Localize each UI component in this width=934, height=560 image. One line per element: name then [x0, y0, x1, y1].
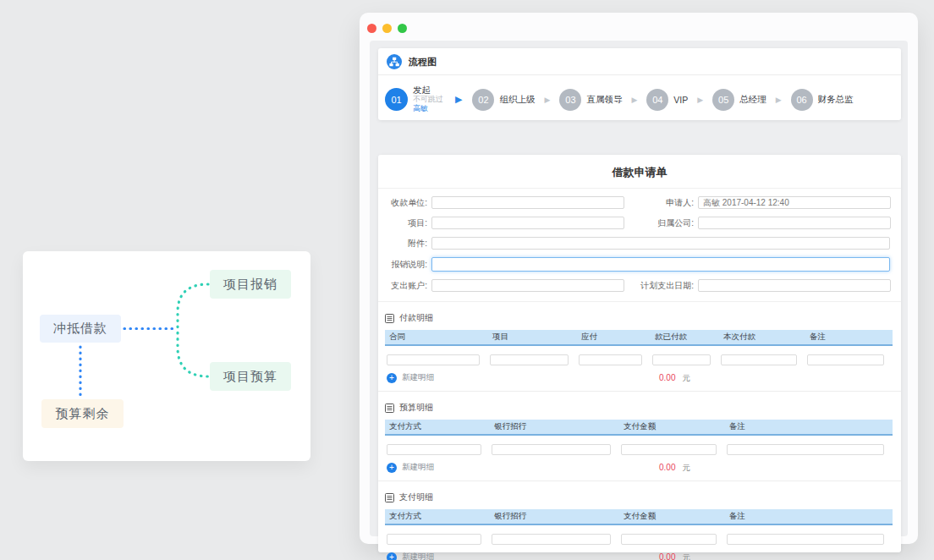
- add-row-icon[interactable]: +: [387, 552, 397, 560]
- node-project-reimburse[interactable]: 项目报销: [210, 270, 291, 299]
- cell-input[interactable]: [579, 354, 642, 365]
- add-row-icon[interactable]: +: [387, 373, 397, 383]
- flowchart-icon: [387, 54, 402, 69]
- detail-list-icon: [385, 493, 394, 502]
- section-title: 支付明细: [399, 491, 433, 503]
- account-label: 支出账户:: [385, 280, 427, 292]
- flow-step-5[interactable]: 05 总经理: [712, 89, 766, 111]
- company-label: 归属公司:: [628, 217, 694, 229]
- account-input[interactable]: [431, 279, 624, 292]
- arrow-icon: ▶: [544, 96, 550, 104]
- step-label: 发起: [413, 85, 443, 95]
- column-header: 支付方式: [385, 421, 490, 432]
- cell-input[interactable]: [492, 444, 611, 455]
- column-header: 项目: [488, 332, 577, 343]
- total-amount: 0.00: [659, 552, 675, 560]
- section-pay-detail: 支付明细 支付方式 银行招行 支付金额 备注: [378, 481, 901, 560]
- total-amount: 0.00: [659, 373, 675, 382]
- node-offset-loan[interactable]: 冲抵借款: [40, 315, 121, 343]
- node-project-budget[interactable]: 项目预算: [210, 362, 291, 391]
- payee-input[interactable]: [431, 196, 624, 209]
- flowchart-title: 流程图: [409, 56, 437, 69]
- plan-date-input[interactable]: [698, 279, 891, 292]
- detail-list-icon: [385, 404, 394, 413]
- add-row-button[interactable]: 新建明细: [402, 372, 434, 383]
- flow-step-3[interactable]: 03 直属领导: [559, 89, 622, 111]
- column-header: 应付: [577, 332, 651, 343]
- cell-input[interactable]: [621, 444, 717, 455]
- column-header: 本次付款: [719, 332, 805, 343]
- close-window-icon[interactable]: [367, 24, 376, 33]
- applicant-input[interactable]: [698, 196, 891, 209]
- step-circle: 06: [791, 89, 813, 111]
- cell-input[interactable]: [492, 534, 611, 545]
- mindmap-card: 冲抵借款 项目报销 项目预算 预算剩余: [23, 251, 310, 461]
- cell-input[interactable]: [387, 444, 481, 455]
- window-controls: [367, 24, 407, 33]
- table-header: 支付方式 银行招行 支付金额 备注: [385, 509, 893, 525]
- applicant-label: 申请人:: [628, 197, 694, 209]
- add-row-button[interactable]: 新建明细: [402, 552, 434, 560]
- step-person[interactable]: 高敏: [413, 104, 443, 113]
- step-circle: 03: [559, 89, 581, 111]
- cell-input[interactable]: [490, 354, 569, 365]
- company-input[interactable]: [698, 217, 891, 229]
- step-circle: 04: [646, 89, 668, 111]
- column-header: 支付金额: [619, 421, 725, 432]
- flow-step-1[interactable]: 01 发起 不可跳过 高敏: [385, 85, 443, 113]
- column-header: 支付金额: [619, 511, 725, 522]
- step-circle: 02: [472, 89, 494, 111]
- desc-label: 报销说明:: [385, 259, 427, 271]
- total-amount: 0.00: [659, 463, 675, 472]
- step-note: 不可跳过: [413, 95, 443, 104]
- cell-input[interactable]: [387, 534, 481, 545]
- project-input[interactable]: [431, 217, 624, 229]
- cell-input[interactable]: [621, 534, 717, 545]
- maximize-window-icon[interactable]: [398, 24, 407, 33]
- section-budget-detail: 预算明细 支付方式 银行招行 支付金额 备注: [378, 392, 901, 481]
- step-circle: 05: [712, 89, 734, 111]
- column-header: 备注: [725, 421, 893, 432]
- cell-input[interactable]: [721, 354, 797, 365]
- cell-input[interactable]: [727, 444, 884, 455]
- cell-input[interactable]: [652, 354, 711, 365]
- arrow-icon: ▶: [455, 94, 462, 105]
- column-header: 银行招行: [490, 421, 619, 432]
- currency-unit: 元: [682, 463, 690, 472]
- add-row-button[interactable]: 新建明细: [402, 462, 434, 473]
- window-content: 流程图 01 发起 不可跳过 高敏 ▶ 02 组织上级 ▶: [370, 41, 908, 536]
- desc-input[interactable]: [431, 257, 890, 272]
- section-title: 预算明细: [399, 402, 433, 414]
- step-label: 财务总监: [818, 94, 854, 106]
- step-label: VIP: [673, 95, 688, 105]
- node-budget-remaining[interactable]: 预算剩余: [41, 399, 124, 428]
- currency-unit: 元: [682, 552, 690, 560]
- flow-step-4[interactable]: 04 VIP: [646, 89, 688, 111]
- cell-input[interactable]: [387, 354, 480, 365]
- arrow-icon: ▶: [776, 96, 782, 104]
- flow-step-2[interactable]: 02 组织上级: [472, 89, 535, 111]
- payee-label: 收款单位:: [385, 197, 427, 209]
- arrow-icon: ▶: [631, 96, 637, 104]
- form-title: 借款申请单: [378, 155, 901, 188]
- step-label: 组织上级: [499, 94, 535, 106]
- table-header: 合同 项目 应付 款已付款 本次付款 备注: [385, 330, 893, 346]
- step-circle: 01: [385, 88, 408, 111]
- cell-input[interactable]: [727, 534, 884, 545]
- step-label: 直属领导: [586, 94, 622, 106]
- column-header: 备注: [725, 511, 893, 522]
- flow-step-6[interactable]: 06 财务总监: [791, 89, 854, 111]
- attachment-input[interactable]: [431, 237, 890, 250]
- column-header: 支付方式: [385, 511, 490, 522]
- add-row-icon[interactable]: +: [387, 463, 397, 473]
- plan-date-label: 计划支出日期:: [628, 280, 694, 292]
- column-header: 合同: [385, 332, 488, 343]
- arrow-icon: ▶: [697, 96, 703, 104]
- column-header: 备注: [805, 332, 893, 343]
- detail-list-icon: [385, 314, 394, 323]
- project-label: 项目:: [385, 217, 427, 229]
- cell-input[interactable]: [807, 354, 884, 365]
- table-row: [385, 441, 893, 456]
- table-row: [385, 530, 893, 546]
- minimize-window-icon[interactable]: [382, 24, 392, 33]
